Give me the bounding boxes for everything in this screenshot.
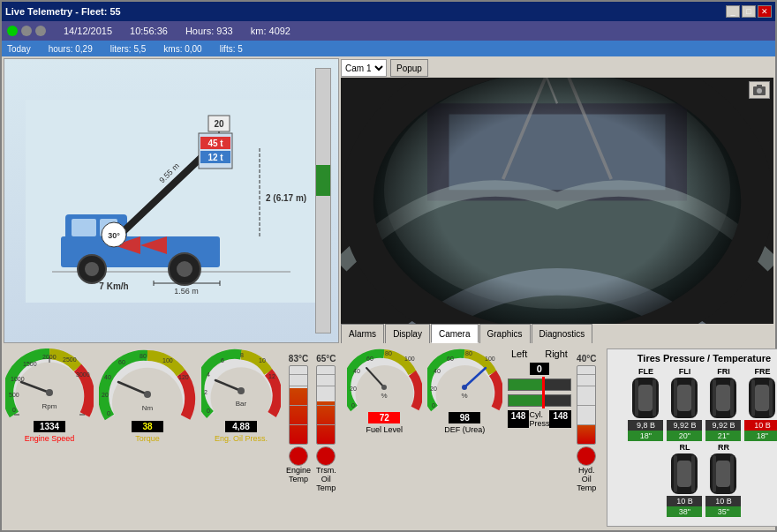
svg-text:10: 10 (259, 357, 266, 363)
tire-rr-size: 35" (705, 506, 741, 517)
tire-fre-pressure: 10 B (744, 420, 777, 431)
tab-graphics[interactable]: Graphics (479, 324, 531, 343)
svg-point-65 (144, 391, 151, 398)
svg-text:6: 6 (221, 357, 224, 363)
minimize-button[interactable]: _ (726, 5, 740, 18)
svg-rect-118 (730, 455, 734, 492)
svg-text:4: 4 (207, 371, 210, 378)
header-time: 10:56:36 (130, 26, 168, 36)
svg-text:45 t: 45 t (207, 139, 223, 148)
svg-text:12: 12 (268, 373, 275, 379)
def-gauge: 0 20 40 60 80 100 % (427, 348, 502, 412)
svg-rect-100 (677, 385, 691, 411)
trsm-temp-container: 65°C Trsm. Oil Temp (316, 354, 336, 527)
svg-text:1000: 1000 (11, 376, 25, 382)
window-title: Live Telemetry - Fleet: 55 (5, 6, 121, 17)
engine-temp-bar (290, 388, 307, 444)
tire-fli-img (667, 376, 702, 420)
svg-text:2 (6.17 m): 2 (6.17 m) (266, 193, 306, 203)
tab-camera[interactable]: Camera (431, 324, 479, 343)
vehicle-area: 7 Km/h 1.56 m 30° 9.55 m (4, 59, 338, 342)
vehicle-svg: 7 Km/h 1.56 m 30° 9.55 m (26, 100, 317, 303)
close-button[interactable]: ✕ (758, 5, 772, 18)
tire-rl-img (667, 452, 702, 496)
svg-rect-114 (691, 455, 695, 492)
tires-title: Tires Pressure / Temperature (611, 353, 777, 363)
tire-fle-pressure: 9,8 B (628, 420, 663, 431)
engine-temp-label: Engine Temp (286, 466, 311, 483)
maximize-button[interactable]: □ (742, 5, 756, 18)
header-km: km: 4092 (251, 26, 290, 36)
cam-select[interactable]: Cam 1 Cam 2 Cam 3 (341, 59, 387, 77)
tab-diagnostics[interactable]: Diagnostics (532, 324, 593, 343)
nm-gauge: 0 20 40 60 80 100 120 Nm (99, 348, 196, 421)
tire-fri-img (705, 376, 741, 420)
svg-text:%: % (381, 392, 387, 400)
svg-text:0: 0 (351, 402, 355, 408)
svg-text:100: 100 (404, 356, 415, 362)
hyd-temp-value: 40°C (577, 354, 596, 363)
tab-display[interactable]: Display (385, 324, 430, 343)
tire-fri-pressure: 9,92 B (705, 420, 741, 431)
status-dot-gray1 (21, 26, 32, 36)
tire-rr-label: RR (718, 443, 729, 452)
sub-today: Today (7, 44, 31, 54)
svg-text:100: 100 (162, 357, 173, 363)
cyl-left-bar (508, 378, 571, 391)
svg-rect-105 (713, 379, 716, 416)
nm-label: Torque (135, 434, 160, 443)
svg-rect-101 (674, 379, 677, 416)
snapshot-button[interactable] (749, 81, 770, 99)
rpm-gauge-container: 0 500 1000 1500 2000 2500 3000 Rpm 1334 … (5, 348, 94, 527)
def-label: DEF (Urea) (444, 425, 485, 434)
svg-text:2: 2 (204, 389, 207, 395)
svg-text:60: 60 (118, 359, 125, 365)
svg-rect-104 (716, 385, 730, 411)
hyd-temp-bulb (577, 446, 596, 466)
engine-temp-value: 83°C (289, 354, 308, 363)
svg-rect-98 (653, 379, 656, 416)
cyl-right-label: Right (545, 348, 568, 359)
cyl-label: Cyl. Press (529, 410, 549, 428)
tires-top-row: FLE 9,8 B 18" FLI (611, 367, 777, 441)
svg-text:20: 20 (102, 392, 109, 398)
svg-text:7 Km/h: 7 Km/h (99, 281, 128, 291)
tire-fle-img (628, 376, 663, 420)
status-dot-green (7, 26, 18, 36)
svg-text:12 t: 12 t (207, 153, 223, 162)
svg-text:0: 0 (432, 402, 435, 408)
title-buttons: _ □ ✕ (726, 5, 772, 18)
tire-fle: FLE 9,8 B 18" (628, 367, 663, 441)
tire-fli-pressure: 9,92 B (667, 420, 702, 431)
camera-icon (752, 84, 766, 96)
fuel-value: 72 (368, 412, 400, 423)
trsm-temp-bar (317, 401, 335, 444)
tire-rr: RR 10 B 35" (705, 443, 741, 517)
nm-value: 38 (132, 421, 163, 432)
header-hours: Hours: 933 (185, 26, 233, 36)
svg-point-7 (85, 262, 99, 276)
tire-rl-label: RL (679, 443, 690, 452)
main-window: Live Telemetry - Fleet: 55 _ □ ✕ 14/12/2… (0, 0, 777, 532)
tire-fli-size: 20" (667, 431, 702, 441)
svg-text:80: 80 (385, 350, 392, 356)
bar-gauge-container: 0 2 4 6 8 10 12 Bar 4,88 Eng. Oil Press. (201, 348, 281, 527)
svg-text:Bar: Bar (236, 400, 247, 408)
svg-line-74 (215, 380, 241, 391)
cyl-values: 148 Cyl. Press 148 (508, 410, 571, 428)
engine-temp-bulb (289, 446, 308, 466)
svg-rect-102 (691, 379, 695, 416)
camera-panel: Cam 1 Cam 2 Cam 3 Popup (341, 58, 773, 343)
svg-text:60: 60 (447, 356, 454, 362)
sub-liters: liters: 5,5 (110, 44, 147, 54)
svg-text:%: % (461, 392, 467, 400)
svg-text:Nm: Nm (142, 404, 154, 412)
svg-rect-116 (716, 461, 730, 487)
tab-alarms[interactable]: Alarms (341, 324, 384, 343)
svg-text:100: 100 (485, 356, 495, 362)
fuel-gauge-container: 0 20 40 60 80 100 % 72 Fuel Level (347, 348, 422, 434)
header-date: 14/12/2015 (64, 26, 112, 36)
svg-text:30°: 30° (108, 231, 120, 240)
popup-button[interactable]: Popup (390, 59, 428, 77)
sub-kms: kms: 0,00 (163, 44, 201, 54)
